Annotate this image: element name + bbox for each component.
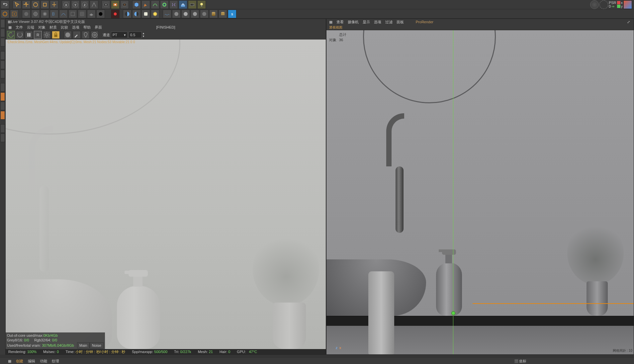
bm-coord[interactable]: ▦ 坐标 xyxy=(514,359,626,364)
workplane-btn[interactable] xyxy=(87,10,96,18)
pv-menu-display[interactable]: 显示 xyxy=(363,20,370,25)
axis-z-btn[interactable]: Z xyxy=(80,0,89,9)
pv-maximize-icon[interactable]: ⤢ xyxy=(627,20,631,24)
pv-menu-view[interactable]: 查看 xyxy=(336,20,344,25)
lv-lock-btn[interactable] xyxy=(52,31,60,39)
cyl0-btn[interactable] xyxy=(209,10,218,18)
axis-x-btn[interactable]: X xyxy=(62,0,70,9)
live-viewer-viewport[interactable]: Check:0ms./1ms. MeshGen:44ms. Update[C]:… xyxy=(6,40,326,349)
lv-region-btn[interactable]: R xyxy=(34,31,42,39)
lv-menu-file[interactable]: 文件 xyxy=(16,25,23,30)
pv-menu-camera[interactable]: 摄像机 xyxy=(348,20,359,25)
shade2-btn[interactable] xyxy=(191,10,199,18)
snap-sphere1[interactable] xyxy=(31,10,40,18)
lv-pin-btn[interactable] xyxy=(82,31,90,39)
mode-object[interactable] xyxy=(0,29,5,37)
lv-reload-btn[interactable] xyxy=(16,31,24,39)
axis-center-btn[interactable] xyxy=(10,10,19,18)
lv-gear-btn[interactable] xyxy=(43,31,51,39)
lv-sphere-btn[interactable] xyxy=(64,31,72,39)
mode-tweak[interactable] xyxy=(0,124,5,133)
rotation-ring-icon[interactable] xyxy=(599,0,608,9)
lv-menu-compare[interactable]: 比较 xyxy=(61,25,68,30)
mode-model[interactable] xyxy=(0,19,5,28)
snap-grid0[interactable] xyxy=(68,10,77,18)
mode-magnet[interactable] xyxy=(0,134,5,142)
lv-target-btn[interactable] xyxy=(91,31,99,39)
select-tool[interactable] xyxy=(13,0,21,9)
mode-uvpoint[interactable] xyxy=(0,83,5,92)
svg-rect-42 xyxy=(29,33,31,37)
mode-poly[interactable] xyxy=(0,70,5,78)
rotate-tool[interactable] xyxy=(31,0,40,9)
pv-menu-options[interactable]: 选项 xyxy=(374,20,381,25)
deformer-btn[interactable] xyxy=(169,0,178,9)
shade0-btn[interactable] xyxy=(172,10,181,18)
globe-icon[interactable] xyxy=(590,0,599,9)
key-param-btn[interactable] xyxy=(151,10,159,18)
pv-menu-filter[interactable]: 过滤 xyxy=(385,20,393,25)
nurbs-btn[interactable] xyxy=(151,0,159,9)
lv-menu-cloud[interactable]: 云端 xyxy=(27,25,34,30)
lv-menu-mat[interactable]: 材质 xyxy=(49,25,57,30)
environment-btn[interactable] xyxy=(179,0,187,9)
lv-pause-btn[interactable] xyxy=(25,31,33,39)
move-tool[interactable] xyxy=(22,0,31,9)
generator-btn[interactable] xyxy=(160,0,169,9)
lv-menu-help[interactable]: 帮助 xyxy=(83,25,91,30)
pv-menu-panel[interactable]: 面板 xyxy=(397,20,404,25)
lv-refresh-btn[interactable] xyxy=(7,31,15,39)
undo-btn[interactable] xyxy=(1,0,9,9)
snap-point[interactable] xyxy=(50,10,58,18)
bm-tex[interactable]: 纹理 xyxy=(52,359,59,364)
pv-menu-prorender[interactable]: ProRender xyxy=(416,20,433,24)
snap-sphere0[interactable] xyxy=(22,10,31,18)
recent-tool[interactable] xyxy=(50,0,58,9)
perspective-viewport[interactable]: 总计 对象36 z x 网格间距 : 10 xyxy=(326,30,634,354)
viewcube-icon[interactable] xyxy=(623,0,632,9)
render-pv-btn[interactable] xyxy=(111,0,120,9)
mode-texture[interactable] xyxy=(0,92,5,101)
skype-btn[interactable]: S xyxy=(228,10,236,18)
ocean-btn[interactable] xyxy=(163,10,171,18)
shade1-btn[interactable] xyxy=(181,10,190,18)
mode-axis[interactable] xyxy=(0,38,5,46)
lv-tab-noise[interactable]: Noise xyxy=(90,342,104,348)
render-view-btn[interactable] xyxy=(102,0,110,9)
snap-ball[interactable] xyxy=(96,10,105,18)
key-rot-btn[interactable] xyxy=(141,10,150,18)
scene-origin-gizmo[interactable] xyxy=(450,310,457,317)
scale-tool[interactable] xyxy=(41,0,49,9)
primitive-cube-btn[interactable] xyxy=(132,0,141,9)
bm-func[interactable]: 功能 xyxy=(40,359,47,364)
svg-point-18 xyxy=(3,12,7,16)
key-scale-btn[interactable] xyxy=(132,10,141,18)
lv-menu-ui[interactable]: 界面 xyxy=(95,25,102,30)
mode-8[interactable] xyxy=(0,111,5,120)
snap-spline[interactable] xyxy=(59,10,68,18)
lv-menu-object[interactable]: 对象 xyxy=(38,25,45,30)
pen-tool-btn[interactable] xyxy=(141,0,150,9)
snap-grid1[interactable] xyxy=(78,10,86,18)
lv-tab-main[interactable]: Main xyxy=(77,342,90,348)
bm-edit[interactable]: 编辑 xyxy=(28,359,35,364)
coord-sys-btn[interactable] xyxy=(90,0,98,9)
live-select-btn[interactable] xyxy=(1,10,9,18)
record-btn[interactable] xyxy=(111,10,120,18)
lv-channel-select[interactable]: PT▾ xyxy=(111,32,128,38)
shade3-btn[interactable] xyxy=(200,10,209,18)
mode-7[interactable] xyxy=(0,102,5,110)
lv-dropper-btn[interactable] xyxy=(73,31,81,39)
mode-point[interactable] xyxy=(0,51,5,60)
key-pos-btn[interactable] xyxy=(123,10,132,18)
camera-btn[interactable] xyxy=(188,0,197,9)
light-btn[interactable] xyxy=(197,0,206,9)
mode-edge[interactable] xyxy=(0,60,5,69)
snap-sphere2[interactable] xyxy=(41,10,49,18)
lv-opacity-input[interactable]: 0.5 xyxy=(129,32,142,38)
bm-create[interactable]: 创建 xyxy=(16,359,23,364)
render-settings-btn[interactable] xyxy=(120,0,129,9)
lv-menu-opt[interactable]: 选项 xyxy=(72,25,79,30)
axis-y-btn[interactable]: Y xyxy=(71,0,80,9)
cyl1-btn[interactable] xyxy=(219,10,227,18)
